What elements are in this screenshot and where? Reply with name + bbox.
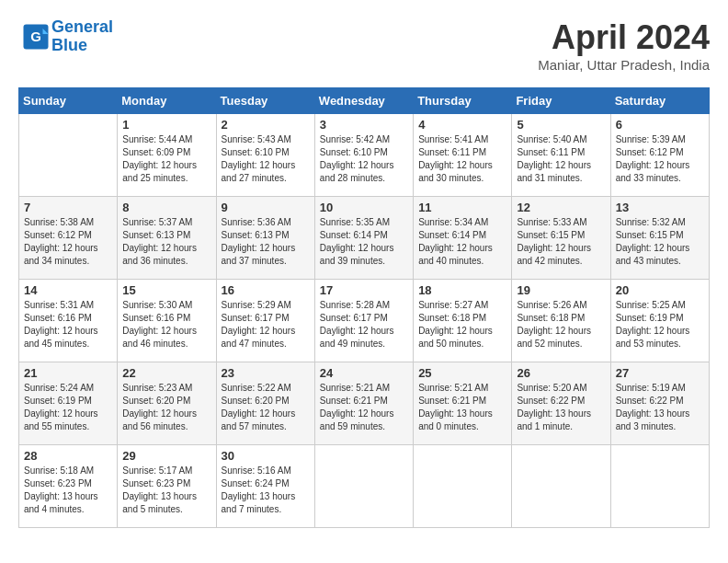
- calendar-cell: 4Sunrise: 5:41 AM Sunset: 6:11 PM Daylig…: [414, 114, 512, 197]
- day-number: 17: [320, 283, 408, 297]
- weekday-header: Monday: [118, 88, 216, 114]
- cell-info: Sunrise: 5:25 AM Sunset: 6:19 PM Dayligh…: [616, 299, 704, 350]
- calendar-cell: 16Sunrise: 5:29 AM Sunset: 6:17 PM Dayli…: [216, 280, 314, 362]
- cell-info: Sunrise: 5:26 AM Sunset: 6:18 PM Dayligh…: [517, 299, 605, 350]
- calendar-cell: 20Sunrise: 5:25 AM Sunset: 6:19 PM Dayli…: [610, 280, 709, 362]
- calendar-cell: 3Sunrise: 5:42 AM Sunset: 6:10 PM Daylig…: [314, 114, 413, 197]
- cell-info: Sunrise: 5:40 AM Sunset: 6:11 PM Dayligh…: [517, 133, 605, 185]
- day-number: 10: [320, 201, 408, 214]
- calendar-cell: 28Sunrise: 5:18 AM Sunset: 6:23 PM Dayli…: [19, 445, 118, 528]
- calendar-cell: [610, 445, 709, 528]
- calendar-week-row: 7Sunrise: 5:38 AM Sunset: 6:12 PM Daylig…: [19, 197, 710, 280]
- day-number: 8: [122, 201, 210, 214]
- calendar-week-row: 21Sunrise: 5:24 AM Sunset: 6:19 PM Dayli…: [19, 362, 710, 445]
- cell-info: Sunrise: 5:32 AM Sunset: 6:15 PM Dayligh…: [616, 216, 704, 268]
- calendar-cell: 1Sunrise: 5:44 AM Sunset: 6:09 PM Daylig…: [118, 114, 216, 197]
- calendar-cell: [19, 114, 118, 197]
- calendar-table: SundayMondayTuesdayWednesdayThursdayFrid…: [18, 87, 710, 528]
- day-number: 23: [222, 366, 310, 380]
- logo-text: General Blue: [51, 18, 113, 55]
- day-number: 1: [122, 118, 210, 132]
- day-number: 16: [222, 283, 310, 297]
- cell-info: Sunrise: 5:19 AM Sunset: 6:22 PM Dayligh…: [616, 382, 704, 433]
- calendar-cell: 18Sunrise: 5:27 AM Sunset: 6:18 PM Dayli…: [414, 280, 512, 362]
- cell-info: Sunrise: 5:43 AM Sunset: 6:10 PM Dayligh…: [222, 133, 310, 185]
- calendar-cell: 14Sunrise: 5:31 AM Sunset: 6:16 PM Dayli…: [19, 280, 118, 362]
- cell-info: Sunrise: 5:18 AM Sunset: 6:23 PM Dayligh…: [24, 465, 112, 516]
- calendar-cell: 21Sunrise: 5:24 AM Sunset: 6:19 PM Dayli…: [19, 362, 118, 445]
- cell-info: Sunrise: 5:21 AM Sunset: 6:21 PM Dayligh…: [320, 382, 408, 433]
- day-number: 24: [320, 366, 408, 380]
- day-number: 18: [418, 283, 506, 297]
- calendar-cell: 22Sunrise: 5:23 AM Sunset: 6:20 PM Dayli…: [118, 362, 216, 445]
- day-number: 27: [616, 366, 704, 380]
- day-number: 20: [616, 283, 704, 297]
- day-number: 6: [616, 118, 704, 132]
- weekday-header: Saturday: [610, 88, 709, 114]
- cell-info: Sunrise: 5:27 AM Sunset: 6:18 PM Dayligh…: [418, 299, 506, 350]
- day-number: 13: [616, 201, 704, 214]
- weekday-row: SundayMondayTuesdayWednesdayThursdayFrid…: [19, 88, 710, 114]
- cell-info: Sunrise: 5:24 AM Sunset: 6:19 PM Dayligh…: [24, 382, 112, 433]
- cell-info: Sunrise: 5:36 AM Sunset: 6:13 PM Dayligh…: [222, 216, 310, 268]
- day-number: 2: [222, 118, 310, 132]
- weekday-header: Tuesday: [216, 88, 314, 114]
- page-header: G General Blue April 2024 Maniar, Uttar …: [18, 18, 710, 73]
- day-number: 28: [24, 449, 112, 463]
- day-number: 3: [320, 118, 408, 132]
- weekday-header: Thursday: [414, 88, 512, 114]
- calendar-week-row: 28Sunrise: 5:18 AM Sunset: 6:23 PM Dayli…: [19, 445, 710, 528]
- calendar-week-row: 1Sunrise: 5:44 AM Sunset: 6:09 PM Daylig…: [19, 114, 710, 197]
- calendar-cell: 29Sunrise: 5:17 AM Sunset: 6:23 PM Dayli…: [118, 445, 216, 528]
- day-number: 12: [517, 201, 605, 214]
- cell-info: Sunrise: 5:34 AM Sunset: 6:14 PM Dayligh…: [418, 216, 506, 268]
- calendar-cell: 2Sunrise: 5:43 AM Sunset: 6:10 PM Daylig…: [216, 114, 314, 197]
- calendar-cell: [512, 445, 610, 528]
- logo: G General Blue: [18, 18, 113, 55]
- day-number: 15: [122, 283, 210, 297]
- day-number: 29: [122, 449, 210, 463]
- day-number: 22: [122, 366, 210, 380]
- cell-info: Sunrise: 5:38 AM Sunset: 6:12 PM Dayligh…: [24, 216, 112, 268]
- calendar-cell: 10Sunrise: 5:35 AM Sunset: 6:14 PM Dayli…: [314, 197, 413, 280]
- calendar-cell: 24Sunrise: 5:21 AM Sunset: 6:21 PM Dayli…: [314, 362, 413, 445]
- calendar-cell: 17Sunrise: 5:28 AM Sunset: 6:17 PM Dayli…: [314, 280, 413, 362]
- cell-info: Sunrise: 5:31 AM Sunset: 6:16 PM Dayligh…: [24, 299, 112, 350]
- cell-info: Sunrise: 5:30 AM Sunset: 6:16 PM Dayligh…: [122, 299, 210, 350]
- calendar-cell: 25Sunrise: 5:21 AM Sunset: 6:21 PM Dayli…: [414, 362, 512, 445]
- weekday-header: Wednesday: [314, 88, 413, 114]
- cell-info: Sunrise: 5:44 AM Sunset: 6:09 PM Dayligh…: [122, 133, 210, 185]
- location: Maniar, Uttar Pradesh, India: [538, 57, 710, 73]
- day-number: 26: [517, 366, 605, 380]
- cell-info: Sunrise: 5:20 AM Sunset: 6:22 PM Dayligh…: [517, 382, 605, 433]
- cell-info: Sunrise: 5:39 AM Sunset: 6:12 PM Dayligh…: [616, 133, 704, 185]
- day-number: 11: [418, 201, 506, 214]
- calendar-cell: 30Sunrise: 5:16 AM Sunset: 6:24 PM Dayli…: [216, 445, 314, 528]
- cell-info: Sunrise: 5:41 AM Sunset: 6:11 PM Dayligh…: [418, 133, 506, 185]
- day-number: 7: [24, 201, 112, 214]
- day-number: 9: [222, 201, 310, 214]
- weekday-header: Friday: [512, 88, 610, 114]
- calendar-cell: 11Sunrise: 5:34 AM Sunset: 6:14 PM Dayli…: [414, 197, 512, 280]
- calendar-cell: 27Sunrise: 5:19 AM Sunset: 6:22 PM Dayli…: [610, 362, 709, 445]
- calendar-cell: 5Sunrise: 5:40 AM Sunset: 6:11 PM Daylig…: [512, 114, 610, 197]
- title-block: April 2024 Maniar, Uttar Pradesh, India: [538, 18, 710, 73]
- weekday-header: Sunday: [19, 88, 118, 114]
- cell-info: Sunrise: 5:22 AM Sunset: 6:20 PM Dayligh…: [222, 382, 310, 433]
- calendar-cell: 26Sunrise: 5:20 AM Sunset: 6:22 PM Dayli…: [512, 362, 610, 445]
- cell-info: Sunrise: 5:16 AM Sunset: 6:24 PM Dayligh…: [222, 465, 310, 516]
- cell-info: Sunrise: 5:29 AM Sunset: 6:17 PM Dayligh…: [222, 299, 310, 350]
- calendar-header: SundayMondayTuesdayWednesdayThursdayFrid…: [19, 88, 710, 114]
- calendar-week-row: 14Sunrise: 5:31 AM Sunset: 6:16 PM Dayli…: [19, 280, 710, 362]
- calendar-cell: 9Sunrise: 5:36 AM Sunset: 6:13 PM Daylig…: [216, 197, 314, 280]
- cell-info: Sunrise: 5:35 AM Sunset: 6:14 PM Dayligh…: [320, 216, 408, 268]
- cell-info: Sunrise: 5:37 AM Sunset: 6:13 PM Dayligh…: [122, 216, 210, 268]
- day-number: 21: [24, 366, 112, 380]
- day-number: 14: [24, 283, 112, 297]
- calendar-cell: [414, 445, 512, 528]
- calendar-cell: 12Sunrise: 5:33 AM Sunset: 6:15 PM Dayli…: [512, 197, 610, 280]
- logo-icon: G: [22, 23, 50, 51]
- day-number: 4: [418, 118, 506, 132]
- day-number: 30: [222, 449, 310, 463]
- day-number: 25: [418, 366, 506, 380]
